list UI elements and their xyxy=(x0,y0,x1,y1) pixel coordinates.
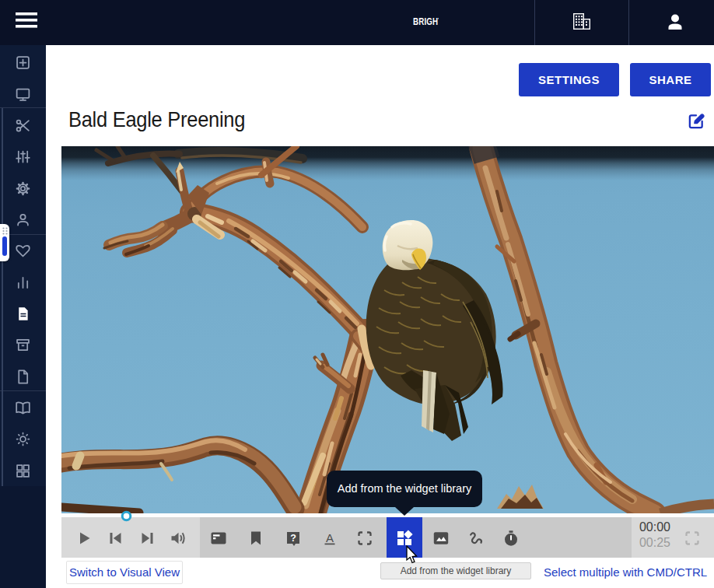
svg-text:?: ? xyxy=(290,533,296,544)
svg-text:A: A xyxy=(326,531,334,544)
